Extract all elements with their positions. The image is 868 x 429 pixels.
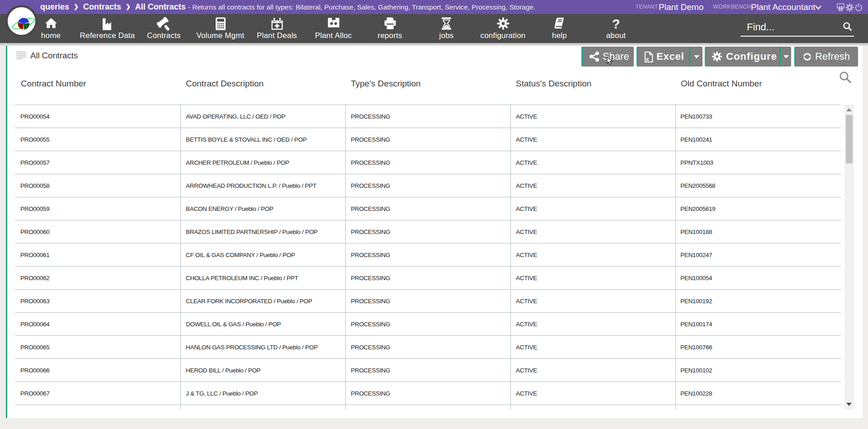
svg-text:x: x [646,56,650,62]
